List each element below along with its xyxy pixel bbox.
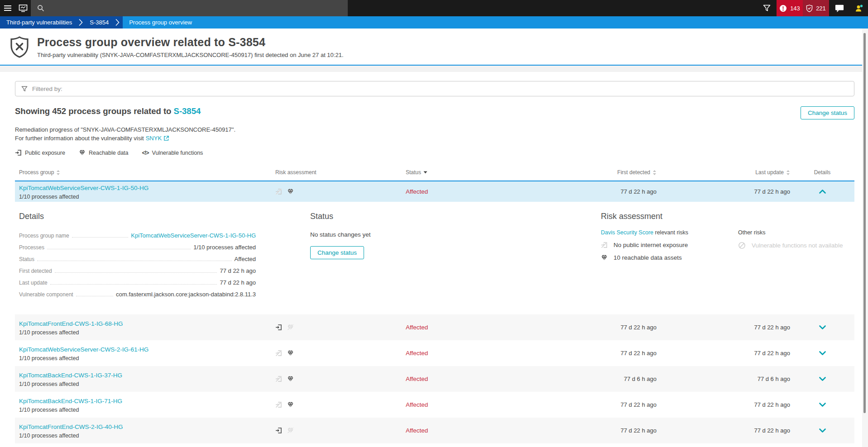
column-last-update[interactable]: Last update <box>657 169 790 176</box>
table-row[interactable]: KpiTomcatWebServiceServer-CWS-1-IG-50-HG… <box>15 181 854 202</box>
legend-item: <!> Vulnerable functions <box>142 149 203 156</box>
process-group-link[interactable]: KpiTomcatWebServiceServer-CWS-1-IG-50-HG <box>19 185 149 191</box>
search-icon <box>37 5 44 12</box>
last-update-value: 77 d 22 h ago <box>657 427 790 434</box>
legend-item: Reachable data <box>79 149 129 156</box>
column-first-detected[interactable]: First detected <box>534 169 657 176</box>
dashboards-icon[interactable] <box>15 0 31 16</box>
gem-icon <box>601 254 608 261</box>
davis-score-line: Davis Security Score relevant risks <box>601 229 738 236</box>
detail-field: Last update 77 d 22 h ago <box>19 279 256 286</box>
column-process-group[interactable]: Process group <box>15 169 275 176</box>
breadcrumb-s-3854[interactable]: S-3854 <box>84 19 114 26</box>
first-detected-value: 77 d 22 h ago <box>534 188 657 195</box>
sort-desc-icon <box>423 171 427 174</box>
global-search-input[interactable] <box>31 0 348 16</box>
page-header: Process group overview related to S-3854… <box>0 29 868 66</box>
status-value: Affected <box>406 350 534 357</box>
first-detected-value: 77 d 6 h ago <box>534 376 657 382</box>
last-update-value: 77 d 22 h ago <box>657 350 790 357</box>
first-detected-value: 77 d 22 h ago <box>534 427 657 434</box>
results-heading: Showing 452 process groups related to S-… <box>15 106 201 116</box>
table-row[interactable]: KpiTomcatFrontEnd-CWS-2-IG-40-HG 1/10 pr… <box>15 418 854 443</box>
table-row[interactable]: KpiTomcatWebServiceServer-CWS-2-IG-25-HG… <box>15 443 854 447</box>
dotted-leader <box>55 272 217 273</box>
page-title: Process group overview related to S-3854 <box>37 36 344 49</box>
legend-label: Reachable data <box>89 150 129 156</box>
legend-label: Vulnerable functions <box>152 150 203 156</box>
menu-icon[interactable] <box>0 0 15 16</box>
processes-affected-text: 1/10 processes affected <box>19 329 275 336</box>
filter-bar[interactable]: Filtered by: <box>15 81 854 96</box>
field-label: First detected <box>19 268 52 274</box>
feedback-button[interactable] <box>829 0 850 16</box>
door-icon <box>15 149 22 156</box>
last-update-value: 77 d 22 h ago <box>657 324 790 331</box>
legend-item: Public exposure <box>15 149 65 156</box>
table-row[interactable]: KpiTomcatBackEnd-CWS-1-IG-71-HG 1/10 pro… <box>15 392 854 418</box>
problems-count: 143 <box>790 5 800 12</box>
filter-icon <box>21 86 28 92</box>
field-value: 1/10 processes affected <box>193 244 256 251</box>
column-details: Details <box>790 169 854 176</box>
s-3854-link[interactable]: S-3854 <box>174 106 201 116</box>
table-row[interactable]: KpiTomcatFrontEnd-CWS-1-IG-68-HG 1/10 pr… <box>15 314 854 340</box>
risk-label: No public internet exposure <box>614 242 688 248</box>
process-group-link[interactable]: KpiTomcatFrontEnd-CWS-1-IG-68-HG <box>19 320 123 327</box>
dotted-leader <box>47 249 191 249</box>
security-issues-badge[interactable]: 221 <box>803 0 829 16</box>
detail-field: Status Affected <box>19 256 256 262</box>
expand-chevron-icon[interactable] <box>819 428 826 433</box>
filter-label: Filtered by: <box>32 86 62 92</box>
expand-chevron-icon[interactable] <box>819 324 826 330</box>
chevron-right-icon <box>77 19 84 26</box>
status-section: Status No status changes yet Change stat… <box>310 212 460 303</box>
no-public-exposure-icon <box>275 188 282 195</box>
change-status-button[interactable]: Change status <box>801 106 854 119</box>
table-row[interactable]: KpiTomcatBackEnd-CWS-1-IG-37-HG 1/10 pro… <box>15 366 854 392</box>
status-value: Affected <box>406 324 534 331</box>
collapse-chevron-icon[interactable] <box>819 189 826 195</box>
risk-item: Vulnerable functions not available <box>738 242 854 249</box>
column-status[interactable]: Status <box>406 169 534 176</box>
processes-affected-text: 1/10 processes affected <box>19 381 275 387</box>
process-group-link[interactable]: KpiTomcatFrontEnd-CWS-2-IG-40-HG <box>19 423 123 430</box>
details-section: Details Process group name KpiTomcatWebS… <box>19 212 256 303</box>
global-filter-button[interactable] <box>757 0 777 16</box>
detail-field: Process group name KpiTomcatWebServiceSe… <box>19 232 256 239</box>
scrollbar-thumb[interactable] <box>863 33 866 413</box>
processes-affected-text: 1/10 processes affected <box>19 194 275 200</box>
expand-chevron-icon[interactable] <box>819 350 826 356</box>
processes-affected-text: 1/10 processes affected <box>19 355 275 361</box>
first-detected-value: 77 d 22 h ago <box>534 401 657 408</box>
public-exposure-icon <box>275 427 282 434</box>
no-public-exposure-icon <box>275 376 282 382</box>
breadcrumb-third-party-vulnerabilities[interactable]: Third-party vulnerabilities <box>1 19 77 26</box>
public-exposure-icon <box>275 324 282 331</box>
risk-title: Risk assessment <box>601 212 854 221</box>
reachable-data-icon <box>287 188 294 195</box>
field-value: Affected <box>235 256 256 262</box>
problems-badge[interactable]: 143 <box>777 0 803 16</box>
dotted-leader <box>50 284 217 285</box>
expand-chevron-icon[interactable] <box>819 402 826 408</box>
legend-label: Public exposure <box>25 150 65 156</box>
field-value[interactable]: KpiTomcatWebServiceServer-CWS-1-IG-50-HG <box>131 232 256 239</box>
breadcrumb: Third-party vulnerabilities S-3854 Proce… <box>0 16 868 29</box>
sort-icon <box>56 170 60 176</box>
expand-chevron-icon[interactable] <box>819 376 826 382</box>
remediation-text: Remediation progress of "SNYK-JAVA-COMFA… <box>15 126 854 133</box>
process-group-link[interactable]: KpiTomcatBackEnd-CWS-1-IG-71-HG <box>19 398 122 404</box>
vertical-scrollbar[interactable] <box>862 29 868 447</box>
user-avatar[interactable] <box>850 0 868 16</box>
snyk-link[interactable]: SNYK <box>146 135 162 142</box>
davis-security-score-link[interactable]: Davis Security Score <box>601 229 653 236</box>
change-status-button[interactable]: Change status <box>310 246 364 259</box>
reachable-data-icon <box>287 350 294 357</box>
process-group-link[interactable]: KpiTomcatWebServiceServer-CWS-2-IG-61-HG <box>19 346 149 353</box>
no-reachable-data-icon <box>287 324 294 331</box>
table-row[interactable]: KpiTomcatWebServiceServer-CWS-2-IG-61-HG… <box>15 340 854 366</box>
dotted-leader <box>72 237 129 238</box>
process-group-link[interactable]: KpiTomcatBackEnd-CWS-1-IG-37-HG <box>19 372 122 379</box>
reachable-data-icon <box>287 376 294 382</box>
